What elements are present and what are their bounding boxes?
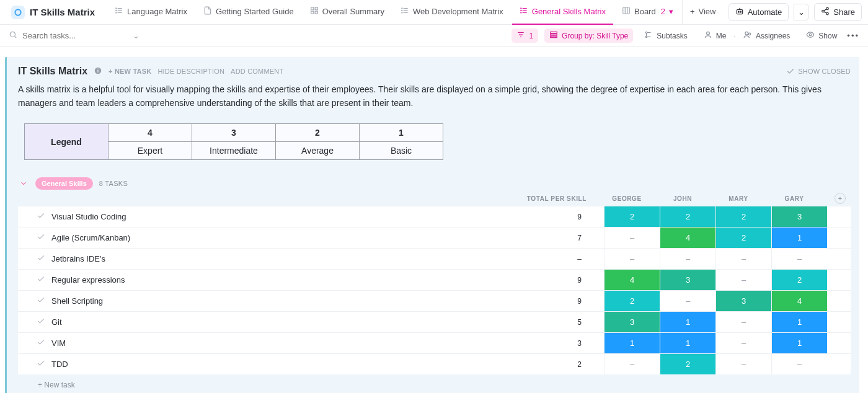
col-person[interactable]: MARY bbox=[711, 195, 766, 202]
task-name[interactable]: Regular expressions bbox=[18, 270, 517, 290]
new-task-row[interactable]: + New task bbox=[18, 374, 851, 393]
score-cell[interactable]: – bbox=[715, 270, 771, 290]
score-cell[interactable]: – bbox=[660, 249, 715, 269]
score-cell[interactable]: 1 bbox=[604, 333, 660, 353]
add-view-button[interactable]: + View bbox=[682, 0, 724, 25]
task-name[interactable]: Git bbox=[18, 312, 517, 332]
score-cell[interactable]: 1 bbox=[771, 227, 827, 248]
task-name[interactable]: Shell Scripting bbox=[18, 291, 517, 311]
add-comment-button[interactable]: ADD COMMENT bbox=[231, 68, 283, 75]
automate-icon bbox=[735, 7, 744, 17]
legend-label: Average bbox=[276, 142, 360, 160]
total-cell[interactable]: 7 bbox=[517, 227, 604, 248]
table-row[interactable]: Visual Studio Coding92223 bbox=[18, 206, 851, 227]
col-person[interactable]: GARY bbox=[766, 195, 822, 202]
row-tail bbox=[827, 354, 851, 374]
total-cell[interactable]: 9 bbox=[517, 206, 604, 227]
col-total[interactable]: TOTAL PER SKILL bbox=[512, 195, 599, 202]
group-by-chip[interactable]: Group by: Skill Type bbox=[544, 29, 633, 43]
table-row[interactable]: VIM311–1 bbox=[18, 332, 851, 353]
group-name[interactable]: General Skills bbox=[35, 177, 93, 190]
tab-getting-started[interactable]: Getting Started Guide bbox=[196, 0, 301, 25]
more-menu[interactable]: ••• bbox=[847, 31, 859, 40]
total-cell[interactable]: 2 bbox=[517, 354, 604, 374]
score-cell[interactable]: 2 bbox=[660, 206, 715, 227]
score-cell[interactable]: – bbox=[604, 249, 660, 269]
score-cell[interactable]: 1 bbox=[660, 312, 715, 332]
score-cell[interactable]: 3 bbox=[715, 291, 771, 311]
col-person[interactable]: JOHN bbox=[655, 195, 711, 202]
svg-point-43 bbox=[646, 32, 647, 33]
check-icon bbox=[37, 254, 45, 264]
score-cell[interactable]: 2 bbox=[715, 227, 771, 248]
task-name[interactable]: VIM bbox=[18, 333, 517, 353]
score-cell[interactable]: 2 bbox=[715, 206, 771, 227]
task-name[interactable]: Jetbrains IDE's bbox=[18, 249, 517, 269]
table-row[interactable]: Jetbrains IDE's––––– bbox=[18, 248, 851, 269]
assignees-chip[interactable]: Assignees bbox=[738, 29, 795, 43]
table-row[interactable]: Agile (Scrum/Kanban)7–421 bbox=[18, 227, 851, 248]
automate-button[interactable]: Automate bbox=[728, 3, 789, 21]
tab-general-skills[interactable]: General Skills Matrix bbox=[512, 0, 613, 25]
group-collapse-toggle[interactable] bbox=[18, 178, 29, 189]
score-cell[interactable]: – bbox=[715, 312, 771, 332]
score-cell[interactable]: 1 bbox=[771, 333, 827, 353]
score-cell[interactable]: 4 bbox=[771, 291, 827, 311]
search-dropdown[interactable]: ⌄ bbox=[133, 31, 140, 40]
info-icon[interactable] bbox=[94, 66, 102, 77]
total-cell[interactable]: – bbox=[517, 249, 604, 269]
table-row[interactable]: Git531–1 bbox=[18, 311, 851, 332]
score-cell[interactable]: 2 bbox=[660, 354, 715, 374]
score-cell[interactable]: – bbox=[771, 249, 827, 269]
share-button[interactable]: Share bbox=[814, 3, 862, 21]
topbar: IT Skills Matrix Language Matrix Getting… bbox=[0, 0, 868, 25]
task-name[interactable]: TDD bbox=[18, 354, 517, 374]
show-closed-button[interactable]: SHOW CLOSED bbox=[786, 67, 851, 76]
score-cell[interactable]: – bbox=[715, 333, 771, 353]
subtasks-chip[interactable]: Subtasks bbox=[639, 29, 692, 43]
score-cell[interactable]: 2 bbox=[604, 206, 660, 227]
task-name[interactable]: Visual Studio Coding bbox=[18, 206, 517, 227]
total-cell[interactable]: 9 bbox=[517, 270, 604, 290]
me-label: Me bbox=[716, 32, 727, 40]
score-cell[interactable]: 4 bbox=[604, 270, 660, 290]
filter-chip[interactable]: 1 bbox=[512, 29, 538, 43]
score-cell[interactable]: – bbox=[604, 354, 660, 374]
score-cell[interactable]: – bbox=[604, 227, 660, 248]
total-cell[interactable]: 5 bbox=[517, 312, 604, 332]
table-row[interactable]: Shell Scripting92–34 bbox=[18, 290, 851, 311]
score-cell[interactable]: 3 bbox=[604, 312, 660, 332]
search-input[interactable] bbox=[22, 31, 109, 40]
score-cell[interactable]: 1 bbox=[660, 333, 715, 353]
tab-web-dev-matrix[interactable]: Web Development Matrix bbox=[393, 0, 511, 25]
add-column-button[interactable]: + bbox=[835, 193, 846, 204]
svg-point-16 bbox=[402, 12, 402, 13]
score-cell[interactable]: 4 bbox=[660, 227, 715, 248]
score-cell[interactable]: 2 bbox=[604, 291, 660, 311]
task-name[interactable]: Agile (Scrum/Kanban) bbox=[18, 227, 517, 248]
check-icon bbox=[37, 211, 45, 222]
col-person[interactable]: GEORGE bbox=[599, 195, 655, 202]
tab-language-matrix[interactable]: Language Matrix bbox=[107, 0, 195, 25]
automate-dropdown[interactable]: ⌄ bbox=[794, 4, 809, 20]
new-task-button[interactable]: + NEW TASK bbox=[108, 68, 151, 75]
tab-board[interactable]: Board 2 ▾ bbox=[614, 0, 681, 25]
workspace-chip[interactable]: IT Skills Matrix bbox=[6, 3, 100, 22]
me-chip[interactable]: Me bbox=[699, 29, 732, 43]
score-cell[interactable]: – bbox=[660, 291, 715, 311]
total-cell[interactable]: 9 bbox=[517, 291, 604, 311]
show-chip[interactable]: Show bbox=[801, 29, 842, 43]
table-row[interactable]: TDD2–2–– bbox=[18, 353, 851, 374]
score-cell[interactable]: – bbox=[715, 354, 771, 374]
hide-description-button[interactable]: HIDE DESCRIPTION bbox=[157, 68, 224, 75]
score-cell[interactable]: – bbox=[715, 249, 771, 269]
row-tail bbox=[827, 333, 851, 353]
score-cell[interactable]: – bbox=[771, 354, 827, 374]
table-row[interactable]: Regular expressions943–2 bbox=[18, 269, 851, 290]
score-cell[interactable]: 2 bbox=[771, 270, 827, 290]
total-cell[interactable]: 3 bbox=[517, 333, 604, 353]
score-cell[interactable]: 3 bbox=[660, 270, 715, 290]
score-cell[interactable]: 3 bbox=[771, 206, 827, 227]
tab-overall-summary[interactable]: Overall Summary bbox=[303, 0, 392, 25]
score-cell[interactable]: 1 bbox=[771, 312, 827, 332]
